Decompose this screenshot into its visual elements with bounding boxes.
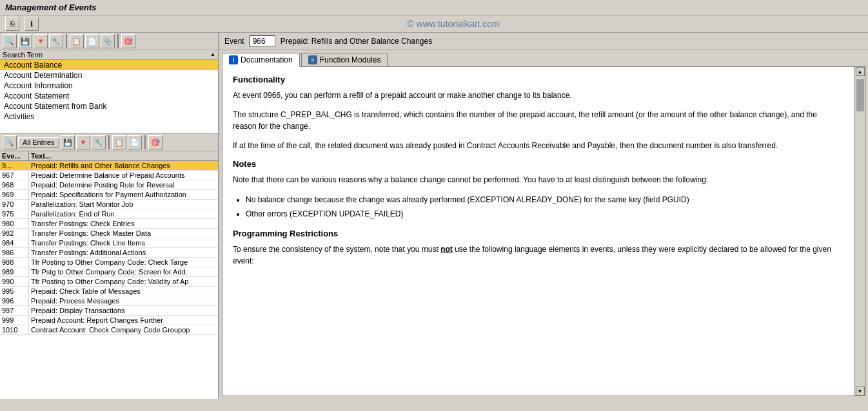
- watermark: © www.tutorialkart.com: [44, 19, 863, 29]
- event-row[interactable]: 986Transfer Postings: Additional Actions: [0, 248, 218, 258]
- toolbar2-btn-7[interactable]: 🎯: [148, 135, 163, 149]
- doc-para-3: If at the time of the call, the related …: [233, 140, 842, 151]
- event-row[interactable]: 969Prepaid: Specifications for Payment A…: [0, 190, 218, 200]
- event-title-text: Prepaid: Refills and Other Balance Chang…: [281, 37, 432, 46]
- doc-para-2: The structure C_PREP_BAL_CHG is transfer…: [233, 109, 842, 132]
- event-row[interactable]: 1010Contract Account: Check Company Code…: [0, 325, 218, 335]
- event-eve-col: 975: [0, 209, 29, 218]
- event-row[interactable]: 988Tfr Posting to Other Company Code: Ch…: [0, 258, 218, 267]
- bullet-item-1: No balance change because the change was…: [246, 193, 842, 207]
- event-eve-col: 1010: [0, 325, 29, 334]
- separator-1: [66, 34, 67, 48]
- event-eve-col: 980: [0, 219, 29, 228]
- event-row[interactable]: 989Tfr Pstg to Other Company Code: Scree…: [0, 267, 218, 277]
- scrollbar-thumb[interactable]: [856, 79, 864, 111]
- content-area: Functionality At event 0966, you can per…: [222, 66, 865, 396]
- event-row[interactable]: 9...Prepaid: Refills and Other Balance C…: [0, 161, 218, 171]
- event-number: 966: [250, 35, 275, 47]
- event-row[interactable]: 967Prepaid: Determine Balance of Prepaid…: [0, 171, 218, 180]
- search-item-3[interactable]: Account Statement: [0, 91, 218, 101]
- event-eve-col: 996: [0, 296, 29, 305]
- bullet-item-2: Other errors (EXCEPTION UPDATE_FAILED): [246, 207, 842, 222]
- search-item-2[interactable]: Account Information: [0, 81, 218, 91]
- scroll-up-arrow[interactable]: ▲: [856, 67, 865, 76]
- event-text-col: Prepaid: Determine Balance of Prepaid Ac…: [29, 171, 218, 180]
- tab-documentation[interactable]: i Documentation: [222, 53, 300, 67]
- event-text-col: Prepaid Account: Report Changes Further: [29, 316, 218, 325]
- scrollbar: ▲ ▼: [854, 67, 865, 396]
- right-panel: Event 966 Prepaid: Refills and Other Bal…: [219, 33, 868, 399]
- main-layout: 🔍 💾 🔻 🔧 📋 📄 📎 🎯 Search Term Account Bala…: [0, 33, 868, 399]
- event-row[interactable]: 990Tfr Posting to Other Company Code: Va…: [0, 277, 218, 287]
- programming-title: Programming Restrictions: [233, 229, 842, 238]
- toolbar-btn-6[interactable]: 📄: [85, 34, 99, 48]
- event-eve-col: 999: [0, 316, 29, 325]
- event-eve-col: 970: [0, 200, 29, 209]
- event-eve-col: 967: [0, 171, 29, 180]
- title-bar: Management of Events: [0, 0, 868, 15]
- event-text-col: Prepaid: Specifications for Payment Auth…: [29, 190, 218, 199]
- menu-bar: ⎘ ℹ © www.tutorialkart.com: [0, 15, 868, 33]
- search-item-4[interactable]: Account Statement from Bank: [0, 101, 218, 111]
- menu-icon-1[interactable]: ⎘: [5, 17, 19, 31]
- tab-documentation-label: Documentation: [241, 55, 293, 64]
- event-row[interactable]: 982Transfer Postings: Check Master Data: [0, 229, 218, 238]
- left-panel: 🔍 💾 🔻 🔧 📋 📄 📎 🎯 Search Term Account Bala…: [0, 33, 219, 399]
- scroll-down-arrow[interactable]: ▼: [856, 387, 865, 396]
- search-item-1[interactable]: Account Determination: [0, 70, 218, 81]
- event-text-col: Parallelization: End of Run: [29, 209, 218, 218]
- event-row[interactable]: 997Prepaid: Display Transactions: [0, 306, 218, 316]
- event-eve-col: 982: [0, 229, 29, 238]
- app-title: Management of Events: [5, 3, 97, 12]
- event-row[interactable]: 970Parallelization: Start Monitor Job: [0, 200, 218, 209]
- event-eve-col: 988: [0, 258, 29, 267]
- event-row[interactable]: 996Prepaid: Process Messages: [0, 296, 218, 306]
- scrollbar-track[interactable]: [856, 76, 865, 387]
- tab-function-modules[interactable]: ≡ Function Modules: [301, 53, 388, 66]
- functionality-title: Functionality: [233, 75, 842, 84]
- toolbar-btn-7[interactable]: 📎: [101, 34, 115, 48]
- event-eve-col: 986: [0, 248, 29, 257]
- event-row[interactable]: 999Prepaid Account: Report Changes Furth…: [0, 316, 218, 325]
- toolbar2-btn-1[interactable]: 🔍: [3, 135, 17, 149]
- col-header-eve: Eve...: [0, 151, 29, 160]
- search-item-5[interactable]: Activities: [0, 111, 218, 122]
- toolbar2-btn-2[interactable]: 💾: [61, 135, 75, 149]
- toolbar-btn-8[interactable]: 🎯: [121, 34, 135, 48]
- tab-function-modules-label: Function Modules: [320, 55, 381, 64]
- toolbar2-btn-3[interactable]: 🔻: [76, 135, 90, 149]
- event-text-col: Transfer Postings: Check Line Items: [29, 238, 218, 247]
- event-row[interactable]: 968Prepaid: Determine Posting Rule for R…: [0, 180, 218, 190]
- event-text-col: Prepaid: Process Messages: [29, 296, 218, 305]
- toolbar-btn-4[interactable]: 🔧: [49, 34, 63, 48]
- notes-para: Note that there can be various reasons w…: [233, 174, 842, 186]
- toolbar-btn-1[interactable]: 🔍: [3, 34, 17, 48]
- event-text-col: Prepaid: Check Table of Messages: [29, 287, 218, 296]
- event-table: Eve... Text... 9...Prepaid: Refills and …: [0, 151, 218, 399]
- all-entries-button[interactable]: All Entries: [18, 137, 59, 148]
- doc-bullet-list: No balance change because the change was…: [246, 193, 842, 221]
- toolbar2-btn-6[interactable]: 📄: [128, 135, 142, 149]
- event-row[interactable]: 980Transfer Postings: Check Entries: [0, 219, 218, 229]
- toolbar-btn-5[interactable]: 📋: [70, 34, 84, 48]
- event-table-header: Eve... Text...: [0, 151, 218, 161]
- search-item-0[interactable]: Account Balance: [0, 60, 218, 70]
- event-text-col: Prepaid: Refills and Other Balance Chang…: [29, 161, 218, 170]
- event-text-col: Transfer Postings: Additional Actions: [29, 248, 218, 257]
- event-text-col: Tfr Posting to Other Company Code: Valid…: [29, 277, 218, 286]
- toolbar-btn-3[interactable]: 🔻: [34, 34, 48, 48]
- event-text-col: Tfr Pstg to Other Company Code: Screen f…: [29, 267, 218, 276]
- toolbar2-btn-4[interactable]: 🔧: [92, 135, 106, 149]
- event-eve-col: 989: [0, 267, 29, 276]
- menu-icon-2[interactable]: ℹ: [25, 17, 39, 31]
- event-row[interactable]: 975Parallelization: End of Run: [0, 209, 218, 219]
- left-toolbar: 🔍 💾 🔻 🔧 📋 📄 📎 🎯: [0, 33, 218, 50]
- event-row[interactable]: 984Transfer Postings: Check Line Items: [0, 238, 218, 248]
- event-row[interactable]: 995Prepaid: Check Table of Messages: [0, 287, 218, 296]
- event-text-col: Prepaid: Determine Posting Rule for Reve…: [29, 180, 218, 189]
- toolbar2-btn-5[interactable]: 📋: [112, 135, 126, 149]
- col-header-text: Text...: [29, 151, 218, 160]
- event-text-col: Transfer Postings: Check Entries: [29, 219, 218, 228]
- toolbar-btn-2[interactable]: 💾: [18, 34, 32, 48]
- doc-tab-icon: i: [229, 55, 238, 64]
